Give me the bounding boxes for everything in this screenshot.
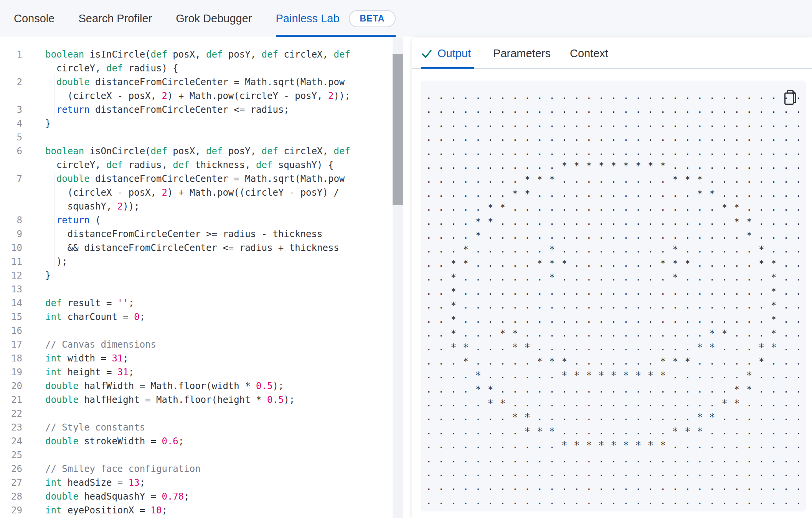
output-grid-row: . . . . . * * . . . . . . . . . . . . . … [426, 201, 806, 214]
code-line: (circleX - posX, 2) + Math.pow(circleY -… [0, 89, 412, 103]
nav-tab-search-profiler[interactable]: Search Profiler [78, 0, 152, 37]
line-number: 29 [0, 503, 22, 517]
code-line: circleY, def radius, def thickness, def … [0, 158, 412, 172]
code-token: double [56, 173, 90, 184]
code-token: def [206, 146, 223, 157]
output-grid-row: . . . . . . . . . . . . . . . . . . . . … [426, 480, 806, 494]
code-token: ; [162, 505, 167, 516]
code-token: 0 [134, 312, 139, 322]
code-token: height = [62, 367, 117, 378]
code-line: 9 distanceFromCircleCenter >= radius - t… [0, 227, 412, 241]
output-grid-row: . . * . . . . . . . * . . . . . . . . . … [426, 271, 806, 284]
code-token: posX, [167, 49, 206, 60]
code-token: )); [123, 201, 139, 212]
code-line: 17// Canvas dimensions [0, 338, 412, 351]
line-number: 27 [0, 476, 22, 490]
code-token: thickness, [190, 160, 256, 170]
code-token: double [45, 381, 79, 391]
code-text: int height = 31; [45, 365, 134, 379]
code-text: boolean isOnCircle(def posX, def posY, d… [45, 144, 350, 158]
code-token: int [45, 353, 62, 364]
code-line: 2 double distanceFromCircleCenter = Math… [0, 75, 412, 89]
line-number: 14 [0, 296, 22, 310]
output-grid-row: . . . . . . . . . . . . . . . . . . . . … [426, 131, 806, 145]
code-token: // Canvas dimensions [45, 339, 156, 350]
output-grid-row: . . . . . . . . . . . * * * * * * * * * … [426, 438, 806, 452]
code-text: squashY, 2)); [45, 200, 140, 213]
code-text: double distanceFromCircleCenter = Math.s… [45, 172, 345, 186]
nav-tab-painless-lab[interactable]: Painless LabBETA [276, 0, 396, 37]
code-token: 10 [151, 505, 162, 516]
code-text: double halfHeight = Math.floor(height * … [45, 393, 295, 407]
output-grid-row: . . . . . . . . * * * . . . . . . . . . … [426, 173, 806, 186]
line-number: 1 [0, 48, 22, 61]
code-editor[interactable]: 1boolean isInCircle(def posX, def posY, … [0, 37, 412, 518]
output-grid-row: . . . . . * * . . . . . . . . . . . . . … [426, 396, 806, 410]
code-token: def [106, 63, 123, 74]
code-line: 3 return distanceFromCircleCenter <= rad… [0, 103, 412, 117]
code-token: def [173, 160, 189, 170]
nav-tab-console[interactable]: Console [14, 0, 54, 37]
output-panel-tab-output[interactable]: Output [421, 47, 474, 69]
output-grid-row: . . * . . . * * . . . . . . . . . . . . … [426, 327, 806, 340]
nav-tab-label: Grok Debugger [176, 12, 252, 25]
nav-tab-label: Painless Lab [276, 12, 340, 25]
editor-scrollbar-thumb[interactable] [393, 54, 403, 205]
code-token: def [151, 146, 167, 157]
code-token: )); [333, 91, 350, 101]
code-token: double [45, 491, 79, 502]
code-text: double halfWidth = Math.floor(width * 0.… [45, 379, 284, 393]
code-line: 10 && distanceFromCircleCenter <= radius… [0, 241, 412, 255]
line-number: 15 [0, 310, 22, 324]
code-line: 5 [0, 130, 412, 144]
code-token: ) + Math.pow(circleY - posY, [167, 91, 328, 101]
code-text: // Canvas dimensions [45, 338, 156, 351]
output-grid-row: . . * * . . . . . * * * . . . . . . . * … [426, 257, 806, 271]
code-line: 4} [0, 117, 412, 130]
code-token: 0.6 [162, 436, 178, 447]
output-tab-label: Parameters [493, 47, 551, 60]
code-text: boolean isInCircle(def posX, def posY, d… [45, 48, 350, 61]
line-number: 4 [0, 117, 22, 130]
code-line: 27int headSize = 13; [0, 476, 412, 490]
code-line: 11 ); [0, 255, 412, 269]
code-token: result = [62, 298, 117, 308]
code-line: 29int eyePositionX = 10; [0, 503, 412, 517]
line-number: 3 [0, 103, 22, 117]
output-grid-row: . . . . . . . . . . . . . . . . . . . . … [426, 145, 806, 159]
output-grid-row: . . . . . . . . . . . . . . . . . . . . … [426, 89, 806, 103]
code-line: 18int width = 31; [0, 351, 412, 365]
code-token: 31 [117, 367, 129, 378]
output-result-box: . . . . . . . . . . . . . . . . . . . . … [421, 81, 806, 511]
code-token: 0.5 [267, 394, 284, 405]
code-token: (circleX - posX, [45, 187, 162, 198]
code-text: ); [45, 255, 68, 269]
code-token: radius) { [123, 63, 178, 74]
code-token: radius, [123, 160, 173, 170]
devtools-nav: ConsoleSearch ProfilerGrok DebuggerPainl… [0, 0, 812, 37]
code-token: def [262, 146, 278, 157]
code-token: 13 [129, 477, 140, 488]
code-token [45, 215, 56, 226]
code-line: 23// Style constants [0, 421, 412, 434]
code-token: circleX, [278, 49, 334, 60]
code-token: int [45, 505, 62, 516]
code-text: return distanceFromCircleCenter <= radiu… [45, 103, 289, 117]
code-token: strokeWidth = [79, 436, 162, 447]
line-number: 16 [0, 324, 22, 338]
code-token: // Smiley face configuration [45, 464, 201, 474]
code-token: ); [284, 394, 295, 405]
output-panel-tab-parameters[interactable]: Parameters [493, 47, 551, 68]
line-number: 7 [0, 172, 22, 186]
editor-scrollbar[interactable] [393, 37, 403, 518]
copy-icon [784, 90, 797, 106]
code-token: distanceFromCircleCenter >= radius - thi… [45, 229, 322, 239]
copy-output-button[interactable] [784, 90, 797, 106]
code-line: 24double strokeWidth = 0.6; [0, 434, 412, 448]
output-panel-tab-context[interactable]: Context [570, 47, 608, 68]
code-token: posX, [167, 146, 206, 157]
nav-tab-grok-debugger[interactable]: Grok Debugger [176, 0, 252, 37]
code-line: 6boolean isOnCircle(def posX, def posY, … [0, 144, 412, 158]
code-token: int [45, 477, 62, 488]
output-grid-row: . . . . . . . . * * * . . . . . . . . . … [426, 424, 806, 438]
